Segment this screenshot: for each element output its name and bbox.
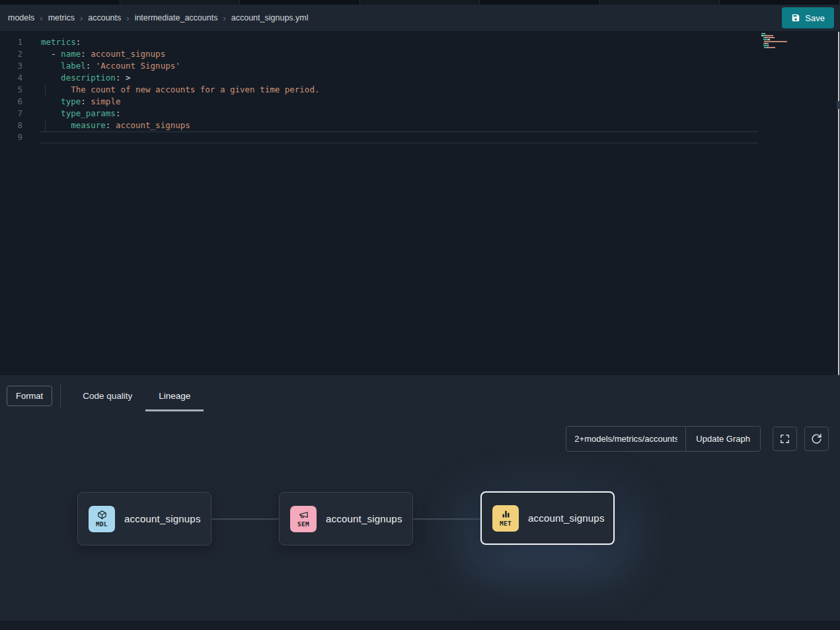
editor-tab[interactable]	[240, 0, 360, 5]
editor-tab[interactable]	[120, 0, 241, 5]
code-text: type: simple	[41, 96, 120, 108]
editor-scrollbar-thumb[interactable]	[837, 101, 840, 109]
breadcrumb-separator: ›	[223, 13, 225, 23]
minimap[interactable]	[761, 33, 800, 51]
code-line: 6 type: simple	[0, 96, 840, 108]
megaphone-icon: SEM	[290, 506, 317, 532]
code-line: 7 type_params:	[0, 108, 840, 120]
tab-code-quality[interactable]: Code quality	[69, 375, 145, 416]
code-text: - name: account_signups	[41, 48, 165, 60]
lineage-controls: Update Graph	[566, 426, 829, 452]
code-text: label: 'Account Signups'	[41, 60, 180, 72]
editor-tab-strip	[0, 0, 840, 5]
line-number: 9	[0, 131, 22, 143]
code-line: 5 The count of new accounts for a given …	[0, 84, 840, 96]
code-text: type_params:	[41, 108, 120, 120]
code-text: measure: account_signups	[41, 120, 190, 131]
breadcrumb-separator: ›	[126, 13, 129, 23]
save-icon	[791, 13, 800, 22]
panel-tabs: Code qualityLineage	[69, 375, 204, 416]
breadcrumb-separator: ›	[40, 13, 42, 23]
node-label: account_signups	[124, 513, 201, 524]
editor-tab[interactable]	[480, 0, 600, 5]
line-number: 7	[0, 108, 22, 120]
cube-icon: MDL	[89, 506, 115, 532]
code-line: 9	[0, 131, 840, 143]
refresh-button[interactable]	[804, 427, 829, 451]
line-number: 5	[0, 84, 22, 96]
editor-tab[interactable]	[360, 0, 480, 5]
line-number: 4	[0, 72, 22, 84]
window-footer	[0, 621, 840, 630]
breadcrumb-item[interactable]: intermediate_accounts	[135, 13, 218, 22]
code-text: description: >	[41, 72, 131, 84]
update-graph-button[interactable]: Update Graph	[685, 427, 760, 451]
breadcrumb-item[interactable]: models	[8, 13, 34, 22]
breadcrumb-item[interactable]: account_signups.yml	[231, 13, 309, 22]
lineage-node-mdl[interactable]: MDLaccount_signups	[77, 492, 211, 545]
breadcrumb-bar: models›metrics›accounts›intermediate_acc…	[0, 5, 840, 32]
code-text: metrics:	[41, 36, 81, 48]
lineage-edge	[211, 518, 279, 520]
editor-lines: 1metrics:2 - name: account_signups3 labe…	[0, 36, 840, 143]
lineage-selector-group: Update Graph	[566, 426, 761, 452]
tab-lineage[interactable]: Lineage	[145, 375, 204, 416]
node-label: account_signups	[528, 512, 605, 524]
breadcrumb: models›metrics›accounts›intermediate_acc…	[8, 13, 309, 23]
breadcrumb-item[interactable]: accounts	[88, 13, 121, 22]
bottom-panel-header: Format Code qualityLineage	[0, 375, 840, 416]
code-line: 4 description: >	[0, 72, 840, 84]
line-number: 1	[0, 36, 22, 48]
lineage-canvas[interactable]: Update Graph MDLaccount_signupsSEMaccoun…	[0, 416, 840, 621]
code-text: The count of new accounts for a given ti…	[41, 84, 319, 96]
save-button[interactable]: Save	[782, 7, 834, 28]
line-number: 8	[0, 120, 22, 131]
code-line: 3 label: 'Account Signups'	[0, 60, 840, 72]
format-button[interactable]: Format	[7, 386, 52, 406]
lineage-node-met[interactable]: METaccount_signups	[480, 491, 615, 545]
editor-tab[interactable]	[600, 0, 720, 5]
panel-divider	[60, 384, 61, 407]
app-window: models›metrics›accounts›intermediate_acc…	[0, 0, 840, 630]
editor-scrollbar[interactable]	[838, 32, 839, 375]
code-line: 8 measure: account_signups	[0, 120, 840, 131]
code-editor[interactable]: 1metrics:2 - name: account_signups3 labe…	[0, 32, 840, 375]
code-line: 1metrics:	[0, 36, 840, 48]
breadcrumb-separator: ›	[80, 13, 83, 23]
editor-tab[interactable]	[720, 0, 840, 5]
fullscreen-button[interactable]	[773, 427, 797, 451]
refresh-icon	[811, 433, 822, 444]
bar-chart-icon: MET	[492, 505, 519, 532]
line-number: 2	[0, 48, 22, 60]
lineage-edge	[413, 518, 480, 520]
editor-tab[interactable]	[0, 0, 120, 5]
code-line: 2 - name: account_signups	[0, 48, 840, 60]
node-label: account_signups	[326, 513, 402, 524]
fullscreen-icon	[779, 433, 790, 444]
lineage-selector-input[interactable]	[566, 427, 685, 451]
lineage-node-sem[interactable]: SEMaccount_signups	[279, 492, 413, 545]
line-number: 6	[0, 96, 22, 108]
line-number: 3	[0, 60, 22, 72]
breadcrumb-item[interactable]: metrics	[48, 13, 75, 22]
save-label: Save	[805, 13, 825, 23]
